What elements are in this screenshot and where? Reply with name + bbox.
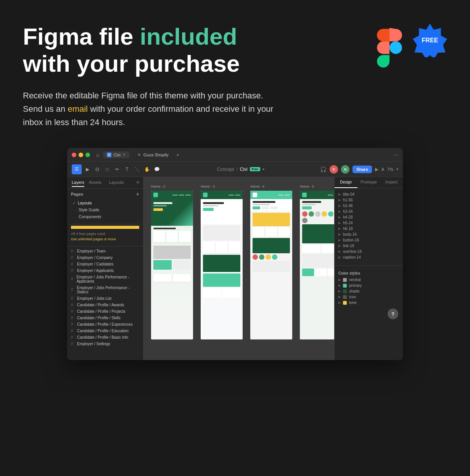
component-tool[interactable]: ⋱ <box>133 165 141 174</box>
tl-red[interactable] <box>72 153 76 157</box>
avatar3 <box>266 254 271 260</box>
color-tone[interactable]: ▶ tone <box>338 300 399 306</box>
share-button[interactable]: Share <box>352 166 372 173</box>
help-button[interactable]: ? <box>388 309 398 319</box>
h3-item[interactable]: ▶ h3-34 <box>338 209 399 214</box>
panel-close-icon[interactable]: ✕ <box>136 180 140 187</box>
button-item[interactable]: ▶ button-16 <box>338 237 399 243</box>
home-icon[interactable]: ⌂ <box>96 152 99 158</box>
frame-home5-preview[interactable] <box>300 191 334 339</box>
expand-arrow-8: ▶ <box>338 238 341 242</box>
comment-tool[interactable]: 💬 <box>153 165 161 174</box>
hand-tool[interactable]: ✋ <box>143 165 151 174</box>
layer-employer-applicants[interactable]: # Employer / Applicants <box>67 267 143 274</box>
card5 <box>173 274 191 282</box>
layers-tab[interactable]: Layers <box>72 180 84 187</box>
color-neutral[interactable]: ▶ neutral <box>338 277 399 283</box>
title04-label: title-04 <box>343 192 354 196</box>
color-shade[interactable]: ▶ shade <box>338 288 399 294</box>
frame-home4-label: Home - 4 <box>250 185 292 188</box>
body-item[interactable]: ▶ body-16 <box>338 232 399 237</box>
btm-card2 <box>222 288 241 298</box>
layer-profile-projects[interactable]: # Candidate / Profile / Projects <box>67 308 143 315</box>
layer-label-5: Employer / Jobs Performance - Statics <box>77 286 139 294</box>
frame-home3-preview[interactable] <box>201 191 243 339</box>
tag3 <box>270 206 278 209</box>
layer-label-4: Employer / Jobs Performance - Applicants <box>77 275 139 283</box>
link-item[interactable]: ▶ link-16 <box>338 243 399 249</box>
preview-header-4 <box>300 191 334 199</box>
zoom-level[interactable]: 7% <box>387 167 393 172</box>
av3 <box>315 211 320 217</box>
upgrade-link[interactable]: Get unlimited pages & more <box>71 237 116 241</box>
layer-jobs-perf-applicants[interactable]: # Employer / Jobs Performance - Applican… <box>67 274 143 285</box>
topbar-more[interactable]: ··· <box>393 151 398 158</box>
main-menu-button[interactable]: ☰ <box>72 164 82 174</box>
h6-item[interactable]: ▶ h6-18 <box>338 226 399 232</box>
headline: Figma file included with your purchase <box>23 23 282 77</box>
color-icon[interactable]: ▶ icon <box>338 294 399 300</box>
design-tab[interactable]: Design <box>335 177 357 188</box>
layers-list: # Employer / Team # Employer / Company #… <box>67 248 143 347</box>
layer-employer-company[interactable]: # Employer / Company <box>67 254 143 261</box>
content-2 <box>201 224 243 299</box>
white-card2 <box>328 269 334 276</box>
title04-item[interactable]: ▶ title-04 <box>338 191 399 197</box>
layer-profile-basicinfo[interactable]: # Candidate / Profile / Basic info <box>67 334 143 341</box>
bottom-row-4 <box>302 269 334 276</box>
expand-arrow-2: ▶ <box>338 204 341 207</box>
avatar4 <box>272 254 277 260</box>
inspect-tab[interactable]: Inspect <box>380 177 403 188</box>
layer-employer-cadidates[interactable]: # Employer / Cadidates <box>67 261 143 267</box>
move-tool[interactable]: ▶ <box>83 165 92 174</box>
h1-item[interactable]: ▶ h1-56 <box>338 197 399 203</box>
overline-item[interactable]: ▶ overline-16 <box>338 249 399 254</box>
page-layouts[interactable]: ✓ Layouts <box>71 199 139 206</box>
layouts-tab[interactable]: Layouts <box>106 180 127 187</box>
add-page-button[interactable]: + <box>136 191 139 197</box>
h5-item[interactable]: ▶ h5-24 <box>338 220 399 226</box>
caption-item[interactable]: ▶ caption-14 <box>338 254 399 260</box>
breadcrumb-concept: Concept <box>217 167 234 172</box>
tl-yellow[interactable] <box>79 153 83 157</box>
layer-employer-settings[interactable]: # Employer / Settings <box>67 341 143 347</box>
avatar1 <box>253 254 258 260</box>
pen-tool[interactable]: ✏ <box>113 165 121 174</box>
hero-title <box>203 202 224 204</box>
color-primary[interactable]: ▶ primary <box>338 283 399 288</box>
zoom-chevron[interactable]: ▾ <box>396 167 398 171</box>
guza-tab[interactable]: G Guza Shopify <box>133 151 172 158</box>
footer-3 <box>253 261 290 272</box>
civi-tab[interactable]: C Civi ✕ <box>103 151 129 158</box>
frame-home4-preview[interactable] <box>250 191 292 339</box>
layer-profile-experiences[interactable]: # Candidate / Profile / Experiences <box>67 321 143 328</box>
email-link[interactable]: email <box>68 104 88 114</box>
text-tool[interactable]: T <box>123 165 131 174</box>
play-button[interactable]: ▶ <box>375 167 378 172</box>
layer-label-13: Employer / Settings <box>77 342 110 346</box>
shape-tool[interactable]: □ <box>103 165 111 174</box>
right-content: FREE <box>372 23 447 70</box>
h4-item[interactable]: ▶ h4-28 <box>338 214 399 220</box>
layer-profile-education[interactable]: # Candidate / Profile / Education <box>67 328 143 334</box>
tl-green[interactable] <box>85 153 90 157</box>
frame-tool[interactable]: ⊡ <box>93 165 101 174</box>
assets-tab[interactable]: Assets <box>89 180 101 187</box>
img-section-4 <box>302 254 334 267</box>
civi-tab-close[interactable]: ✕ <box>122 153 126 157</box>
add-tab-button[interactable]: + <box>176 152 179 158</box>
page-style-guide[interactable]: Style Guide <box>71 206 139 213</box>
prototype-tab[interactable]: Prototype <box>357 177 380 188</box>
play-icon[interactable]: 🎧 <box>320 166 327 172</box>
card1 <box>153 231 165 242</box>
layer-jobs-perf-statics[interactable]: # Employer / Jobs Performance - Statics <box>67 285 143 295</box>
layer-employer-team[interactable]: # Employer / Team <box>67 248 143 254</box>
accessibility-icon[interactable]: A <box>381 167 384 172</box>
page-components[interactable]: Components <box>71 213 139 220</box>
layer-profile-skills[interactable]: # Candidate / Profile / Skills <box>67 315 143 321</box>
breadcrumb-chevron[interactable]: ▾ <box>262 167 264 171</box>
frame-home2-preview[interactable] <box>151 191 193 339</box>
h2-item[interactable]: ▶ h2-46 <box>338 203 399 209</box>
layer-profile-awards[interactable]: # Candidate / Profile / Awards <box>67 302 143 308</box>
layer-jobs-list[interactable]: # Employer / Jobs List <box>67 295 143 302</box>
